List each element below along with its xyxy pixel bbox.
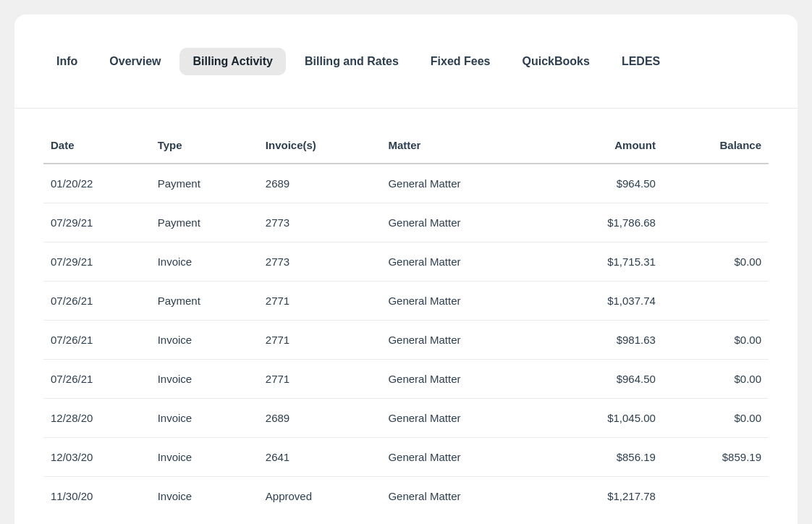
- col-header-matter: Matter: [381, 130, 544, 164]
- table-row: 12/28/20Invoice2689General Matter$1,045.…: [43, 399, 769, 438]
- table-container: DateTypeInvoice(s)MatterAmountBalance 01…: [14, 109, 798, 524]
- table-row: 01/20/22Payment2689General Matter$964.50: [43, 164, 769, 203]
- cell-matter: General Matter: [381, 399, 544, 438]
- tab-fixed-fees[interactable]: Fixed Fees: [418, 48, 504, 75]
- cell-matter: General Matter: [381, 164, 544, 203]
- cell-date: 07/26/21: [43, 360, 151, 399]
- cell-type: Invoice: [151, 477, 258, 516]
- cell-balance: [663, 282, 769, 321]
- tab-quickbooks[interactable]: QuickBooks: [509, 48, 603, 75]
- cell-matter: General Matter: [381, 321, 544, 360]
- cell-date: 12/03/20: [43, 438, 151, 477]
- cell-type: Invoice: [151, 242, 258, 282]
- tabs-container: InfoOverviewBilling ActivityBilling and …: [14, 14, 798, 109]
- cell-date: 11/30/20: [43, 477, 151, 516]
- cell-amount: $1,786.68: [545, 203, 663, 242]
- cell-type: Payment: [151, 164, 258, 203]
- cell-type: Payment: [151, 282, 258, 321]
- cell-balance: [663, 477, 769, 516]
- cell-type: Invoice: [151, 321, 258, 360]
- cell-amount: $964.50: [545, 164, 663, 203]
- cell-balance: $0.00: [663, 399, 769, 438]
- cell-invoices: 2771: [258, 282, 381, 321]
- cell-matter: General Matter: [381, 477, 544, 516]
- table-header: DateTypeInvoice(s)MatterAmountBalance: [43, 130, 769, 164]
- cell-invoices: 2773: [258, 203, 381, 242]
- cell-invoices: 2689: [258, 399, 381, 438]
- cell-matter: General Matter: [381, 203, 544, 242]
- table-row: 11/30/20InvoiceApprovedGeneral Matter$1,…: [43, 477, 769, 516]
- cell-invoices: 2771: [258, 360, 381, 399]
- cell-date: 07/26/21: [43, 282, 151, 321]
- cell-type: Payment: [151, 203, 258, 242]
- cell-amount: $964.50: [545, 360, 663, 399]
- cell-matter: General Matter: [381, 438, 544, 477]
- cell-balance: $0.00: [663, 242, 769, 282]
- cell-type: Invoice: [151, 438, 258, 477]
- cell-date: 07/29/21: [43, 203, 151, 242]
- cell-balance: [663, 164, 769, 203]
- cell-invoices: Approved: [258, 477, 381, 516]
- tab-billing-and-rates[interactable]: Billing and Rates: [292, 48, 412, 75]
- cell-matter: General Matter: [381, 360, 544, 399]
- billing-activity-table: DateTypeInvoice(s)MatterAmountBalance 01…: [43, 130, 769, 515]
- table-row: 07/29/21Payment2773General Matter$1,786.…: [43, 203, 769, 242]
- col-header-balance: Balance: [663, 130, 769, 164]
- cell-amount: $1,217.78: [545, 477, 663, 516]
- cell-balance: $0.00: [663, 360, 769, 399]
- cell-invoices: 2641: [258, 438, 381, 477]
- tab-billing-activity[interactable]: Billing Activity: [179, 48, 286, 75]
- tab-overview[interactable]: Overview: [96, 48, 174, 75]
- cell-amount: $1,715.31: [545, 242, 663, 282]
- main-card: InfoOverviewBilling ActivityBilling and …: [14, 14, 798, 524]
- table-row: 07/26/21Payment2771General Matter$1,037.…: [43, 282, 769, 321]
- table-row: 07/26/21Invoice2771General Matter$964.50…: [43, 360, 769, 399]
- tab-ledes[interactable]: LEDES: [609, 48, 673, 75]
- cell-date: 07/29/21: [43, 242, 151, 282]
- cell-amount: $1,037.74: [545, 282, 663, 321]
- cell-balance: $859.19: [663, 438, 769, 477]
- col-header-type: Type: [151, 130, 258, 164]
- table-row: 12/03/20Invoice2641General Matter$856.19…: [43, 438, 769, 477]
- table-row: 07/26/21Invoice2771General Matter$981.63…: [43, 321, 769, 360]
- header-row: DateTypeInvoice(s)MatterAmountBalance: [43, 130, 769, 164]
- cell-invoices: 2773: [258, 242, 381, 282]
- col-header-date: Date: [43, 130, 151, 164]
- col-header-invoices: Invoice(s): [258, 130, 381, 164]
- cell-balance: [663, 203, 769, 242]
- tab-info[interactable]: Info: [43, 48, 90, 75]
- cell-type: Invoice: [151, 399, 258, 438]
- cell-date: 01/20/22: [43, 164, 151, 203]
- table-body: 01/20/22Payment2689General Matter$964.50…: [43, 164, 769, 515]
- cell-balance: $0.00: [663, 321, 769, 360]
- cell-date: 07/26/21: [43, 321, 151, 360]
- cell-amount: $856.19: [545, 438, 663, 477]
- cell-invoices: 2771: [258, 321, 381, 360]
- table-row: 07/29/21Invoice2773General Matter$1,715.…: [43, 242, 769, 282]
- cell-date: 12/28/20: [43, 399, 151, 438]
- cell-matter: General Matter: [381, 282, 544, 321]
- cell-type: Invoice: [151, 360, 258, 399]
- cell-amount: $1,045.00: [545, 399, 663, 438]
- col-header-amount: Amount: [545, 130, 663, 164]
- cell-matter: General Matter: [381, 242, 544, 282]
- cell-amount: $981.63: [545, 321, 663, 360]
- cell-invoices: 2689: [258, 164, 381, 203]
